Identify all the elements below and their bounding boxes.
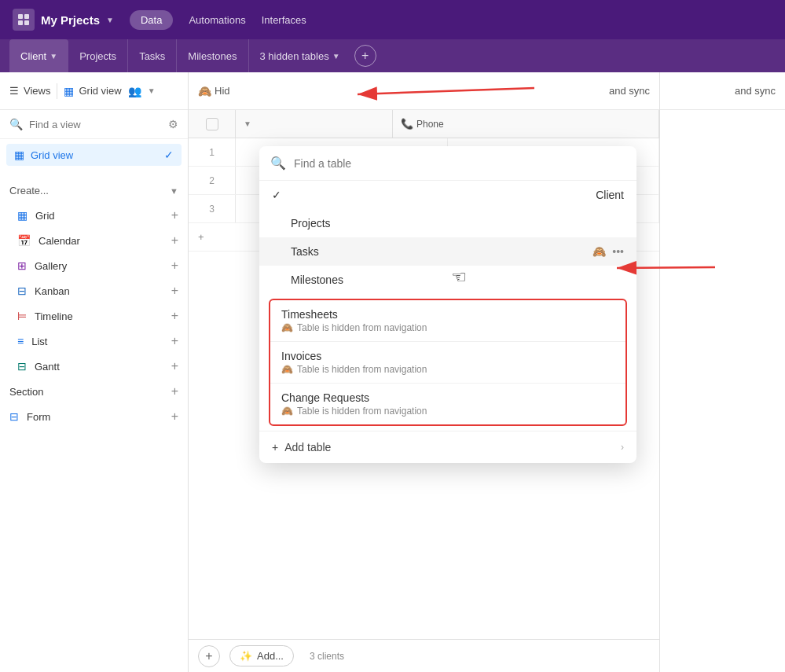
gantt-view-icon: ⊟ <box>17 360 27 373</box>
timeline-view-icon: ⊨ <box>17 310 27 322</box>
list-view-icon: ≡ <box>17 335 24 347</box>
create-section-header[interactable]: Create... ▼ <box>0 178 188 203</box>
grid-footer: + ✨ Add... 3 clients <box>189 639 659 672</box>
footer-ai-button[interactable]: ✨ Add... <box>229 645 294 666</box>
add-gallery-icon[interactable]: + <box>171 259 178 273</box>
client-chevron: ▼ <box>50 52 57 61</box>
select-all-checkbox[interactable] <box>206 118 218 130</box>
sidebar-toolbar: ☰ Views ▦ Grid view 👥 ▼ <box>0 72 188 110</box>
hidden-item-timesheets[interactable]: Timesheets 🙈 Table is hidden from naviga… <box>270 300 625 342</box>
find-view-input[interactable] <box>29 119 162 130</box>
add-timeline-icon[interactable]: + <box>171 309 178 323</box>
add-gantt-icon[interactable]: + <box>171 359 178 373</box>
hidden-eye-icon-3: 🙈 <box>281 406 293 417</box>
view-item-timeline[interactable]: ⊨ Timeline + <box>0 303 188 329</box>
and-sync-label: and sync <box>609 85 650 97</box>
dropdown-item-milestones[interactable]: Milestones <box>259 266 636 294</box>
add-grid-icon[interactable]: + <box>171 208 178 222</box>
footer-count: 3 clients <box>310 651 344 662</box>
tabs-bar: Client ▼ Projects Tasks Milestones 3 hid… <box>0 39 785 72</box>
hidden-eye-icon-2: 🙈 <box>281 364 293 375</box>
dropdown-item-projects[interactable]: Projects <box>259 209 636 237</box>
gallery-view-icon: ⊞ <box>17 259 27 272</box>
add-form-icon[interactable]: + <box>171 409 178 424</box>
top-nav: My Prjects ▼ Data Automations Interfaces <box>0 0 785 39</box>
app-title-chevron: ▼ <box>106 16 114 24</box>
view-item-calendar[interactable]: 📅 Calendar + <box>0 228 188 253</box>
right-panel: and sync <box>659 72 785 672</box>
toolbar-separator <box>57 83 57 99</box>
people-icon: 👥 <box>128 85 141 97</box>
add-section-icon[interactable]: + <box>171 384 178 398</box>
nav-interfaces-btn[interactable]: Interfaces <box>262 14 306 26</box>
view-options-chevron: ▼ <box>148 86 156 95</box>
calendar-view-icon: 📅 <box>17 234 31 247</box>
grid-view-item-active[interactable]: ▦ Grid view ✓ <box>6 144 182 166</box>
phone-icon: 📞 <box>401 118 413 130</box>
right-panel-header: and sync <box>660 72 785 110</box>
active-check-icon: ✓ <box>164 149 174 161</box>
form-view-icon: ⊟ <box>9 410 19 423</box>
views-button[interactable]: ☰ Views <box>9 85 50 97</box>
tab-milestones[interactable]: Milestones <box>177 39 248 72</box>
hidden-tables-section: Timesheets 🙈 Table is hidden from naviga… <box>269 299 627 426</box>
nav-data-btn[interactable]: Data <box>130 10 173 30</box>
section-item[interactable]: Section + <box>0 379 188 404</box>
grid-view-selector[interactable]: ▦ Grid view <box>64 85 121 97</box>
footer-add-button[interactable]: + <box>198 645 220 667</box>
col-header-name[interactable]: ▼ <box>236 110 393 138</box>
task-hide-icon[interactable]: 🙈 <box>592 245 606 258</box>
grid-view-active-icon: ▦ <box>14 149 24 161</box>
add-table-button[interactable]: + <box>354 45 376 67</box>
task-dots-icon[interactable]: ••• <box>612 245 624 258</box>
sidebar-search-area: 🔍 ⚙ <box>0 110 188 139</box>
svg-rect-1 <box>24 14 29 19</box>
svg-rect-0 <box>18 14 23 19</box>
dropdown-item-tasks[interactable]: Tasks 🙈 ••• <box>259 237 636 266</box>
svg-rect-3 <box>24 20 29 25</box>
view-item-list[interactable]: ≡ List + <box>0 329 188 354</box>
tab-tasks[interactable]: Tasks <box>128 39 177 72</box>
row-num-header <box>189 110 236 138</box>
nav-automations-btn[interactable]: Automations <box>189 14 245 26</box>
form-item[interactable]: ⊟ Form + <box>0 404 188 429</box>
hidden-eye-icon-1: 🙈 <box>281 322 293 333</box>
add-table-plus-icon: + <box>272 441 278 454</box>
hidden-item-invoices[interactable]: Invoices 🙈 Table is hidden from navigati… <box>270 342 625 384</box>
add-kanban-icon[interactable]: + <box>171 284 178 298</box>
kanban-view-icon: ⊟ <box>17 285 27 297</box>
logo-icon <box>13 9 35 31</box>
phone-col-header[interactable]: 📞 Phone <box>393 110 659 138</box>
main-area: ☰ Views ▦ Grid view 👥 ▼ 🔍 ⚙ ▦ Grid view … <box>0 72 785 672</box>
dropdown-item-client[interactable]: ✓ Client <box>259 181 636 209</box>
add-table-chevron: › <box>621 442 624 453</box>
col-header-chevron: ▼ <box>244 119 251 128</box>
hidden-tables-tab[interactable]: 3 hidden tables ▼ <box>249 39 351 72</box>
app-logo[interactable]: My Prjects ▼ <box>13 9 114 31</box>
ai-icon: ✨ <box>240 650 252 662</box>
view-item-grid[interactable]: ▦ Grid + <box>0 203 188 228</box>
dropdown-search-icon: 🔍 <box>270 156 286 171</box>
app-title: My Prjects <box>41 13 100 27</box>
add-calendar-icon[interactable]: + <box>171 233 178 248</box>
tab-projects[interactable]: Projects <box>68 39 128 72</box>
view-item-kanban[interactable]: ⊟ Kanban + <box>0 278 188 303</box>
svg-rect-2 <box>18 20 23 25</box>
hide-fields-btn[interactable]: 🙈 Hid <box>198 85 230 97</box>
add-table-row[interactable]: + Add table › <box>259 431 636 463</box>
client-check-icon: ✓ <box>272 189 281 201</box>
view-item-gantt[interactable]: ⊟ Gantt + <box>0 354 188 379</box>
search-icon: 🔍 <box>9 118 23 130</box>
sidebar: ☰ Views ▦ Grid view 👥 ▼ 🔍 ⚙ ▦ Grid view … <box>0 72 189 672</box>
view-item-gallery[interactable]: ⊞ Gallery + <box>0 253 188 278</box>
add-list-icon[interactable]: + <box>171 334 178 348</box>
grid-header: ▼ 📞 Phone <box>189 110 659 138</box>
settings-icon[interactable]: ⚙ <box>168 118 178 130</box>
hidden-tables-chevron: ▼ <box>332 52 340 61</box>
table-dropdown[interactable]: 🔍 ✓ Client Projects Tasks 🙈 ••• Mileston… <box>259 146 636 463</box>
hamburger-icon: ☰ <box>9 85 19 97</box>
grid-view-icon: ▦ <box>17 209 28 222</box>
tab-client[interactable]: Client ▼ <box>9 39 68 72</box>
find-table-input[interactable] <box>294 157 625 170</box>
hidden-item-change-requests[interactable]: Change Requests 🙈 Table is hidden from n… <box>270 384 625 424</box>
